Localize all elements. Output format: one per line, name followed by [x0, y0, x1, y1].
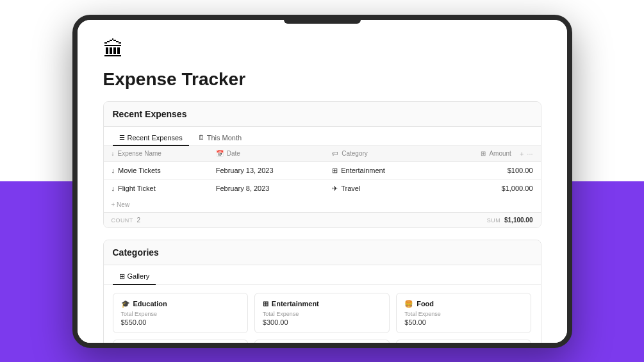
- expense-name-sort-icon: ↓: [111, 150, 115, 157]
- expense-table-body: ↓ Movie Tickets February 13, 2023 ⊞ Ente…: [104, 161, 541, 197]
- category-food-title: 🍔 Food: [404, 300, 523, 308]
- tab-this-month[interactable]: 🗓 This Month: [192, 131, 248, 146]
- category-card-entertainment[interactable]: ⊞ Entertainment Total Expense $300.00: [254, 293, 390, 333]
- category-card-medical[interactable]: ❤ Medical Total Expense $750.00: [113, 340, 248, 343]
- row-2-name: ↓ Flight Ticket: [104, 179, 208, 197]
- entertainment-expense-value: $300.00: [263, 318, 381, 326]
- gallery-tab-icon: ⊞: [119, 272, 125, 281]
- gallery-tab-label: Gallery: [128, 272, 150, 280]
- category-card-food[interactable]: 🍔 Food Total Expense $50.00: [396, 293, 531, 333]
- category-education-title: 🎓 Education: [121, 300, 240, 308]
- bank-icon: 🏛: [103, 38, 541, 62]
- table-row[interactable]: ↓ Flight Ticket February 8, 2023 ✈ Trave…: [104, 179, 541, 197]
- row-1-category-icon: ⊞: [332, 167, 338, 175]
- row-1-category: ⊞ Entertainment: [324, 161, 433, 179]
- education-expense-label: Total Expense: [121, 311, 240, 317]
- add-column-btn[interactable]: +: [520, 150, 524, 158]
- table-row[interactable]: ↓ Movie Tickets February 13, 2023 ⊞ Ente…: [104, 161, 541, 179]
- entertainment-expense-label: Total Expense: [263, 311, 381, 317]
- category-col-icon: 🏷: [332, 150, 338, 157]
- tablet-content: 🏛 Expense Tracker Recent Expenses ☰ Rece…: [78, 20, 567, 343]
- table-footer: COUNT 2 SUM $1,100.00: [104, 212, 541, 227]
- category-card-education[interactable]: 🎓 Education Total Expense $550.00: [113, 293, 248, 333]
- tablet-frame: 🏛 Expense Tracker Recent Expenses ☰ Rece…: [72, 15, 572, 348]
- education-icon: 🎓: [121, 300, 130, 308]
- recent-expenses-tab-icon: ☰: [119, 134, 125, 141]
- count-value: 2: [137, 217, 141, 224]
- category-card-travel[interactable]: ✈ Travel Total Expense $1,324.00: [396, 340, 531, 343]
- tab-recent-expenses[interactable]: ☰ Recent Expenses: [113, 131, 189, 146]
- entertainment-icon: ⊞: [263, 300, 268, 308]
- col-date: 📅 Date: [208, 146, 325, 162]
- sum-label: SUM: [487, 217, 500, 224]
- count-label: COUNT: [111, 217, 133, 224]
- recent-expenses-section: Recent Expenses ☰ Recent Expenses 🗓 This…: [103, 101, 541, 228]
- col-category: 🏷 Category: [324, 146, 433, 162]
- date-col-icon: 📅: [216, 150, 224, 157]
- row-2-category: ✈ Travel: [324, 179, 433, 197]
- categories-header: Categories: [104, 240, 541, 265]
- recent-expenses-title: Recent Expenses: [113, 109, 187, 119]
- gallery-tabs: ⊞ Gallery: [104, 265, 541, 285]
- categories-title: Categories: [113, 247, 159, 258]
- col-amount: ⊞ Amount + ···: [433, 146, 541, 162]
- food-expense-value: $50.00: [404, 318, 523, 326]
- row-1-amount: $100.00: [433, 161, 541, 179]
- category-card-shopping[interactable]: 🛍 Shopping Total Expense $1,100.00: [254, 340, 390, 343]
- table-header-row: ↓ Expense Name 📅 Date �: [104, 146, 541, 162]
- tablet-notch: [284, 20, 361, 24]
- row-2-icon: ↓: [111, 185, 115, 192]
- row-2-amount: $1,000.00: [433, 179, 541, 197]
- more-options-btn[interactable]: ···: [527, 150, 533, 158]
- tab-this-month-label: This Month: [207, 134, 242, 142]
- food-expense-label: Total Expense: [404, 311, 523, 317]
- sum-value: $1,100.00: [504, 217, 533, 224]
- recent-expenses-tabs: ☰ Recent Expenses 🗓 This Month: [104, 127, 541, 146]
- food-icon: 🍔: [404, 300, 413, 308]
- education-expense-value: $550.00: [121, 318, 240, 326]
- recent-expenses-header: Recent Expenses: [104, 102, 541, 127]
- row-1-icon: ↓: [111, 167, 115, 174]
- amount-col-icon: ⊞: [481, 150, 486, 157]
- tab-gallery[interactable]: ⊞ Gallery: [113, 269, 156, 285]
- categories-grid: 🎓 Education Total Expense $550.00 ⊞ Ente…: [104, 285, 541, 343]
- tab-recent-expenses-label: Recent Expenses: [128, 134, 183, 142]
- row-2-category-icon: ✈: [332, 185, 338, 193]
- row-2-date: February 8, 2023: [208, 179, 325, 197]
- col-expense-name: ↓ Expense Name: [104, 146, 208, 162]
- categories-section: Categories ⊞ Gallery 🎓 Education Total E…: [103, 240, 541, 343]
- expense-table: ↓ Expense Name 📅 Date �: [104, 146, 541, 197]
- category-entertainment-title: ⊞ Entertainment: [263, 300, 381, 308]
- row-1-date: February 13, 2023: [208, 161, 325, 179]
- this-month-tab-icon: 🗓: [198, 134, 204, 141]
- page-title: Expense Tracker: [103, 69, 541, 90]
- new-row-button[interactable]: + New: [104, 197, 541, 212]
- row-1-name: ↓ Movie Tickets: [104, 161, 208, 179]
